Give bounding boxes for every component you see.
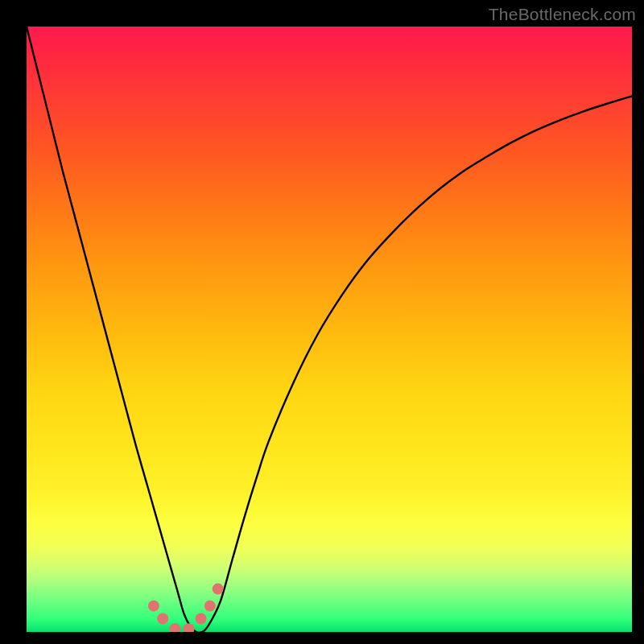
bottleneck-curve-svg — [27, 27, 632, 632]
curve-marker — [148, 601, 159, 612]
curve-markers — [148, 584, 224, 632]
chart-frame: TheBottleneck.com — [0, 0, 644, 644]
bottleneck-curve — [27, 27, 632, 632]
curve-marker — [204, 601, 216, 612]
curve-marker — [157, 613, 168, 624]
curve-marker — [184, 623, 195, 632]
curve-marker — [213, 584, 224, 595]
curve-marker — [196, 613, 207, 624]
curve-marker — [169, 623, 180, 632]
watermark-text: TheBottleneck.com — [489, 5, 636, 24]
plot-area — [27, 27, 632, 632]
